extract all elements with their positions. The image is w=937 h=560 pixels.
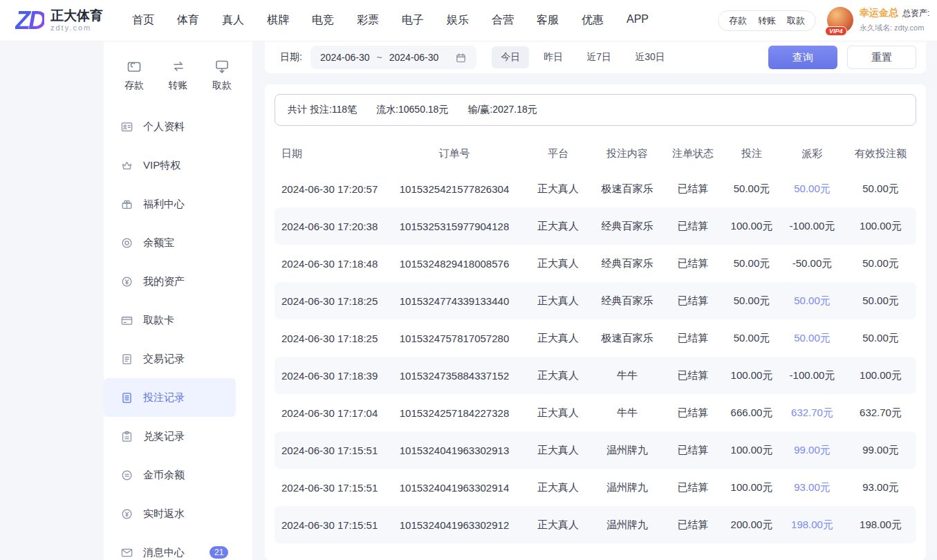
cell-bet: 50.00元 bbox=[724, 183, 779, 196]
cell-content: 牛牛 bbox=[593, 369, 662, 382]
nav-item-promo[interactable]: 优惠 bbox=[582, 13, 604, 28]
column-header: 有效投注额 bbox=[845, 147, 916, 160]
reset-button[interactable]: 重置 bbox=[847, 46, 916, 69]
sidebar-item-label: 兑奖记录 bbox=[143, 430, 185, 443]
cell-bet: 666.00元 bbox=[724, 407, 779, 420]
cell-payout: 93.00元 bbox=[779, 481, 845, 494]
unread-count-badge: 21 bbox=[210, 546, 228, 559]
cell-date: 2024-06-30 17:15:51 bbox=[275, 519, 385, 531]
calendar-icon[interactable] bbox=[455, 52, 467, 64]
avatar[interactable]: VIP4 bbox=[827, 7, 853, 33]
nav-item-entertainment[interactable]: 娱乐 bbox=[447, 13, 469, 28]
date-range-presets: 今日昨日近7日近30日 bbox=[492, 46, 674, 68]
nav-item-partner[interactable]: 合营 bbox=[492, 13, 514, 28]
card-icon bbox=[120, 314, 133, 327]
topbar: ZD 正大体育 zdty.com 首页体育真人棋牌电竞彩票电子娱乐合营客服优惠A… bbox=[0, 0, 937, 41]
nav-item-service[interactable]: 客服 bbox=[537, 13, 559, 28]
date-separator: ~ bbox=[377, 52, 382, 63]
user-profile[interactable]: VIP4 幸运金总 总资产: 永久域名: zdty.com bbox=[827, 6, 937, 34]
sidebar-item-label: 个人资料 bbox=[143, 120, 185, 133]
range-today[interactable]: 今日 bbox=[492, 46, 529, 68]
sidebar-item-bet-records[interactable]: 投注记录 bbox=[104, 378, 236, 417]
cell-bet: 50.00元 bbox=[724, 257, 779, 270]
cell-valid-bet: 50.00元 bbox=[845, 257, 916, 270]
sidebar-item-label: 我的资产 bbox=[143, 275, 185, 288]
nav-item-sports[interactable]: 体育 bbox=[177, 13, 199, 28]
sidebar-quick-label: 转账 bbox=[169, 80, 188, 92]
transactions-icon bbox=[120, 353, 133, 366]
sidebar-item-profile[interactable]: 个人资料 bbox=[104, 107, 236, 146]
main-content: 日期: 2024-06-30 ~ 2024-06-30 今日昨日近7日近30日 … bbox=[265, 41, 926, 560]
table-row: 2024-06-30 17:17:041015324257184227328正大… bbox=[275, 394, 916, 431]
cell-content: 经典百家乐 bbox=[593, 295, 662, 308]
sidebar-quick-transfer[interactable]: 转账 bbox=[169, 58, 188, 92]
cell-status: 已结算 bbox=[662, 220, 724, 233]
table-row: 2024-06-30 17:15:511015324041963302914正大… bbox=[275, 469, 916, 506]
cell-order: 1015324041963302913 bbox=[385, 445, 523, 456]
sidebar-item-balance-treasure[interactable]: 余额宝 bbox=[104, 223, 236, 262]
cell-order: 1015324757817057280 bbox=[385, 333, 523, 344]
withdraw-button[interactable]: 取款 bbox=[787, 15, 805, 27]
cell-content: 经典百家乐 bbox=[593, 257, 662, 270]
sidebar-item-assets[interactable]: 我的资产 bbox=[104, 262, 236, 301]
date-to: 2024-06-30 bbox=[389, 52, 439, 63]
cell-bet: 50.00元 bbox=[724, 332, 779, 345]
cell-status: 已结算 bbox=[662, 519, 724, 532]
cell-valid-bet: 50.00元 bbox=[845, 295, 916, 308]
cell-order: 1015324829418008576 bbox=[385, 258, 523, 270]
deposit-button[interactable]: 存款 bbox=[729, 15, 747, 27]
sidebar-item-messages[interactable]: 消息中心21 bbox=[104, 533, 236, 560]
table-row: 2024-06-30 17:20:381015325315977904128正大… bbox=[275, 207, 916, 245]
column-header: 订单号 bbox=[385, 147, 523, 160]
query-button[interactable]: 查询 bbox=[768, 46, 837, 69]
cell-platform: 正大真人 bbox=[523, 220, 593, 233]
table-row: 2024-06-30 17:20:571015325421577826304正大… bbox=[275, 170, 916, 207]
sidebar-item-vip[interactable]: VIP特权 bbox=[104, 146, 236, 185]
nav-item-app[interactable]: APP bbox=[627, 13, 649, 28]
summary-winloss: 输/赢:2027.18元 bbox=[467, 104, 537, 116]
nav-item-live[interactable]: 真人 bbox=[222, 13, 244, 28]
cell-payout: 99.00元 bbox=[779, 444, 845, 457]
sidebar-item-coin-balance[interactable]: 金币余额 bbox=[104, 456, 236, 494]
cell-status: 已结算 bbox=[662, 407, 724, 420]
cell-order: 1015324735884337152 bbox=[385, 370, 523, 382]
cell-content: 温州牌九 bbox=[593, 519, 662, 532]
transfer-button[interactable]: 转账 bbox=[758, 15, 776, 27]
range-last30[interactable]: 近30日 bbox=[626, 46, 674, 68]
sidebar-item-welfare[interactable]: 福利中心 bbox=[104, 185, 236, 223]
sidebar-item-transactions[interactable]: 交易记录 bbox=[104, 339, 236, 378]
nav-item-chess[interactable]: 棋牌 bbox=[267, 13, 289, 28]
date-range-picker[interactable]: 2024-06-30 ~ 2024-06-30 bbox=[310, 46, 476, 69]
sidebar-quick-withdraw[interactable]: 取款 bbox=[212, 58, 232, 92]
brand-logo[interactable]: ZD 正大体育 zdty.com bbox=[15, 6, 103, 35]
sidebar-item-rebate[interactable]: 实时返水 bbox=[104, 494, 236, 533]
nav-item-home[interactable]: 首页 bbox=[132, 13, 154, 28]
sidebar-item-redeem-records[interactable]: 兑奖记录 bbox=[104, 417, 236, 456]
nav-item-esports[interactable]: 电竞 bbox=[312, 13, 334, 28]
date-from: 2024-06-30 bbox=[320, 52, 370, 63]
vip-icon bbox=[120, 159, 133, 172]
sidebar-item-label: 取款卡 bbox=[143, 314, 174, 327]
nav-item-slots[interactable]: 电子 bbox=[402, 13, 424, 28]
cell-valid-bet: 50.00元 bbox=[845, 183, 916, 196]
sidebar-item-withdraw-card[interactable]: 取款卡 bbox=[104, 301, 236, 339]
cell-content: 经典百家乐 bbox=[593, 220, 662, 233]
filter-bar: 日期: 2024-06-30 ~ 2024-06-30 今日昨日近7日近30日 … bbox=[265, 41, 926, 73]
wallet-quick-actions: 存款转账取款 bbox=[718, 10, 816, 31]
range-yesterday[interactable]: 昨日 bbox=[535, 46, 572, 68]
sidebar-item-label: 实时返水 bbox=[143, 507, 185, 521]
nav-item-lottery[interactable]: 彩票 bbox=[357, 13, 379, 28]
cell-status: 已结算 bbox=[662, 183, 724, 196]
user-assets-label: 总资产: bbox=[902, 8, 929, 19]
sidebar-quick-deposit[interactable]: 存款 bbox=[124, 58, 144, 92]
cell-valid-bet: 100.00元 bbox=[845, 220, 916, 233]
table-row: 2024-06-30 17:18:251015324757817057280正大… bbox=[275, 319, 916, 357]
cell-payout: 198.00元 bbox=[779, 519, 845, 532]
range-last7[interactable]: 近7日 bbox=[577, 46, 620, 68]
rebate-icon bbox=[120, 507, 133, 521]
date-label: 日期: bbox=[280, 51, 302, 64]
cell-status: 已结算 bbox=[662, 295, 724, 308]
cell-order: 1015324774339133440 bbox=[385, 295, 523, 307]
cell-bet: 100.00元 bbox=[724, 220, 779, 233]
cell-platform: 正大真人 bbox=[523, 519, 593, 532]
